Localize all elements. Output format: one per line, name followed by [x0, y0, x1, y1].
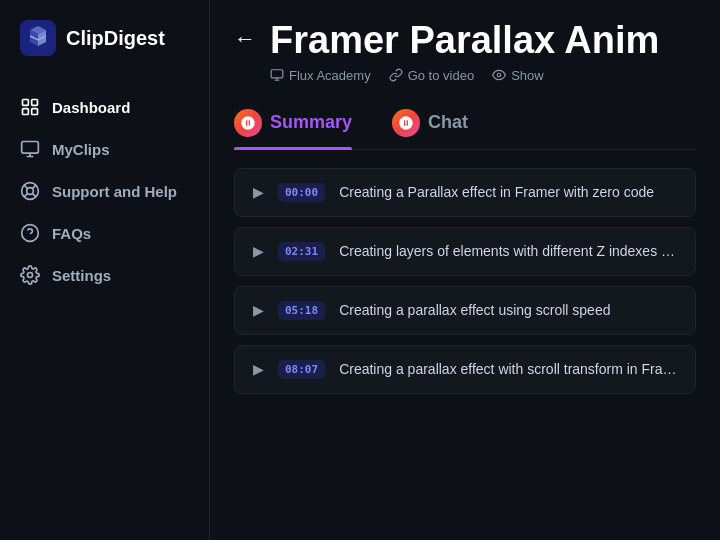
clip-row[interactable]: ▶ 08:07 Creating a parallax effect with … [234, 345, 696, 394]
expand-icon-3: ▶ [253, 302, 264, 318]
title-block: Framer Parallax Anim Flux Academy Go to … [270, 20, 696, 83]
settings-label: Settings [52, 267, 111, 284]
page-header: ← Framer Parallax Anim Flux Academy Go t… [234, 20, 696, 83]
myclips-icon [20, 139, 40, 159]
page-title: Framer Parallax Anim [270, 20, 696, 62]
meta-row: Flux Academy Go to video Show [270, 68, 696, 83]
logo-area: ClipDigest [0, 20, 209, 86]
expand-icon-4: ▶ [253, 361, 264, 377]
myclips-label: MyClips [52, 141, 110, 158]
svg-rect-3 [23, 109, 29, 115]
chat-tab-icon [392, 109, 420, 137]
dashboard-label: Dashboard [52, 99, 130, 116]
svg-rect-11 [271, 70, 283, 78]
timestamp-2: 02:31 [278, 242, 325, 261]
svg-rect-5 [22, 142, 39, 154]
clip-text-3: Creating a parallax effect using scroll … [339, 302, 610, 318]
svg-rect-1 [23, 100, 29, 106]
sidebar-item-support[interactable]: Support and Help [0, 170, 209, 212]
sidebar-item-settings[interactable]: Settings [0, 254, 209, 296]
support-icon [20, 181, 40, 201]
clip-text-2: Creating layers of elements with differe… [339, 243, 677, 259]
clips-list: ▶ 00:00 Creating a Parallax effect in Fr… [234, 168, 696, 394]
svg-rect-4 [32, 109, 38, 115]
settings-icon [20, 265, 40, 285]
expand-icon-1: ▶ [253, 184, 264, 200]
tabs-bar: Summary Chat [234, 109, 696, 150]
faqs-icon [20, 223, 40, 243]
main-content: ← Framer Parallax Anim Flux Academy Go t… [210, 0, 720, 540]
clip-row[interactable]: ▶ 02:31 Creating layers of elements with… [234, 227, 696, 276]
sidebar-item-dashboard[interactable]: Dashboard [0, 86, 209, 128]
svg-point-10 [28, 273, 33, 278]
timestamp-4: 08:07 [278, 360, 325, 379]
sidebar-item-myclips[interactable]: MyClips [0, 128, 209, 170]
timestamp-3: 05:18 [278, 301, 325, 320]
clip-row[interactable]: ▶ 00:00 Creating a Parallax effect in Fr… [234, 168, 696, 217]
clip-row[interactable]: ▶ 05:18 Creating a parallax effect using… [234, 286, 696, 335]
app-logo-icon [20, 20, 56, 56]
sidebar-item-faqs[interactable]: FAQs [0, 212, 209, 254]
tab-chat-label: Chat [428, 112, 468, 133]
tab-summary[interactable]: Summary [234, 109, 352, 149]
eye-icon [492, 68, 506, 82]
svg-point-7 [27, 188, 34, 195]
link-icon [389, 68, 403, 82]
back-button[interactable]: ← [234, 26, 256, 52]
expand-icon-2: ▶ [253, 243, 264, 259]
clip-text-1: Creating a Parallax effect in Framer wit… [339, 184, 654, 200]
video-icon [270, 68, 284, 82]
app-name: ClipDigest [66, 27, 165, 50]
meta-link[interactable]: Go to video [389, 68, 475, 83]
sidebar: ClipDigest Dashboard MyClips Support and… [0, 0, 210, 540]
support-label: Support and Help [52, 183, 177, 200]
clip-text-4: Creating a parallax effect with scroll t… [339, 361, 677, 377]
meta-show[interactable]: Show [492, 68, 544, 83]
meta-source[interactable]: Flux Academy [270, 68, 371, 83]
svg-rect-2 [32, 100, 38, 106]
timestamp-1: 00:00 [278, 183, 325, 202]
faqs-label: FAQs [52, 225, 91, 242]
tab-summary-label: Summary [270, 112, 352, 133]
dashboard-icon [20, 97, 40, 117]
summary-tab-icon [234, 109, 262, 137]
tab-chat[interactable]: Chat [392, 109, 468, 149]
svg-point-12 [497, 74, 501, 78]
